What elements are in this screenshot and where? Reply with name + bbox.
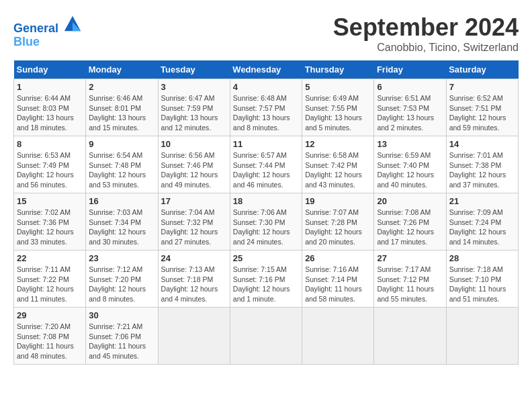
- sunset-text: Sunset: 7:16 PM: [233, 275, 285, 283]
- sunset-text: Sunset: 7:59 PM: [161, 104, 214, 112]
- calendar-week-row: 22 Sunrise: 7:11 AM Sunset: 7:22 PM Dayl…: [14, 250, 519, 308]
- day-number: 8: [17, 139, 83, 149]
- sunset-text: Sunset: 7:32 PM: [161, 218, 214, 226]
- sunrise-text: Sunrise: 6:59 AM: [377, 151, 431, 159]
- weekday-header-cell: Thursday: [302, 60, 374, 79]
- calendar-day-cell: 7 Sunrise: 6:52 AM Sunset: 7:51 PM Dayli…: [446, 79, 518, 136]
- calendar-day-cell: 10 Sunrise: 6:56 AM Sunset: 7:46 PM Dayl…: [158, 136, 230, 193]
- sunset-text: Sunset: 7:51 PM: [449, 104, 502, 112]
- sunset-text: Sunset: 7:55 PM: [305, 104, 357, 112]
- day-number: 1: [17, 82, 83, 92]
- day-info: Sunrise: 6:57 AM Sunset: 7:44 PM Dayligh…: [233, 150, 299, 190]
- calendar-day-cell: 16 Sunrise: 7:03 AM Sunset: 7:34 PM Dayl…: [86, 193, 158, 250]
- sunrise-text: Sunrise: 7:16 AM: [305, 265, 359, 273]
- daylight-text: Daylight: 12 hours and 49 minutes.: [161, 171, 218, 189]
- calendar-day-cell: 4 Sunrise: 6:48 AM Sunset: 7:57 PM Dayli…: [230, 79, 302, 136]
- calendar-day-cell: 27 Sunrise: 7:17 AM Sunset: 7:12 PM Dayl…: [374, 250, 446, 308]
- sunrise-text: Sunrise: 6:58 AM: [305, 151, 359, 159]
- day-info: Sunrise: 7:04 AM Sunset: 7:32 PM Dayligh…: [161, 208, 227, 247]
- calendar-day-cell: 25 Sunrise: 7:15 AM Sunset: 7:16 PM Dayl…: [230, 250, 302, 308]
- day-number: 25: [233, 253, 299, 263]
- sunset-text: Sunset: 7:18 PM: [161, 275, 214, 283]
- day-info: Sunrise: 6:48 AM Sunset: 7:57 PM Dayligh…: [233, 93, 299, 133]
- calendar-day-cell: 8 Sunrise: 6:53 AM Sunset: 7:49 PM Dayli…: [14, 136, 86, 193]
- sunrise-text: Sunrise: 6:46 AM: [89, 94, 142, 102]
- logo-blue: Blue: [13, 35, 40, 48]
- daylight-text: Daylight: 12 hours and 4 minutes.: [161, 285, 218, 303]
- calendar-day-cell: 26 Sunrise: 7:16 AM Sunset: 7:14 PM Dayl…: [302, 250, 374, 308]
- day-info: Sunrise: 6:54 AM Sunset: 7:48 PM Dayligh…: [89, 150, 154, 190]
- sunrise-text: Sunrise: 7:07 AM: [305, 208, 359, 216]
- calendar-day-cell: [230, 308, 302, 365]
- weekday-header-cell: Sunday: [14, 60, 86, 79]
- sunrise-text: Sunrise: 7:21 AM: [89, 322, 142, 330]
- calendar-week-row: 1 Sunrise: 6:44 AM Sunset: 8:03 PM Dayli…: [14, 79, 519, 136]
- sunset-text: Sunset: 7:48 PM: [89, 161, 141, 169]
- sunrise-text: Sunrise: 6:44 AM: [17, 94, 71, 102]
- sunset-text: Sunset: 7:06 PM: [89, 332, 141, 340]
- calendar-day-cell: 5 Sunrise: 6:49 AM Sunset: 7:55 PM Dayli…: [302, 79, 374, 136]
- sunset-text: Sunset: 7:28 PM: [305, 218, 357, 226]
- day-number: 21: [449, 196, 515, 206]
- calendar-day-cell: 18 Sunrise: 7:06 AM Sunset: 7:30 PM Dayl…: [230, 193, 302, 250]
- day-info: Sunrise: 7:18 AM Sunset: 7:10 PM Dayligh…: [449, 265, 515, 304]
- daylight-text: Daylight: 12 hours and 11 minutes.: [17, 285, 74, 303]
- calendar-day-cell: [158, 308, 230, 365]
- calendar-week-row: 8 Sunrise: 6:53 AM Sunset: 7:49 PM Dayli…: [14, 136, 519, 193]
- daylight-text: Daylight: 13 hours and 18 minutes.: [17, 113, 74, 132]
- day-number: 15: [17, 196, 83, 206]
- sunset-text: Sunset: 7:38 PM: [449, 161, 502, 169]
- day-info: Sunrise: 7:07 AM Sunset: 7:28 PM Dayligh…: [305, 208, 371, 247]
- sunset-text: Sunset: 7:34 PM: [89, 218, 141, 226]
- day-number: 2: [89, 82, 154, 92]
- page-header: General Blue September 2024 Canobbio, Ti…: [13, 13, 519, 54]
- calendar-body: 1 Sunrise: 6:44 AM Sunset: 8:03 PM Dayli…: [14, 79, 519, 365]
- sunset-text: Sunset: 7:14 PM: [305, 275, 357, 283]
- daylight-text: Daylight: 13 hours and 15 minutes.: [89, 113, 146, 132]
- day-info: Sunrise: 7:03 AM Sunset: 7:34 PM Dayligh…: [89, 208, 154, 247]
- sunrise-text: Sunrise: 7:13 AM: [161, 265, 215, 273]
- daylight-text: Daylight: 12 hours and 30 minutes.: [89, 228, 146, 246]
- day-info: Sunrise: 6:51 AM Sunset: 7:53 PM Dayligh…: [377, 93, 443, 133]
- day-number: 26: [305, 253, 371, 263]
- day-info: Sunrise: 6:47 AM Sunset: 7:59 PM Dayligh…: [161, 93, 227, 133]
- sunset-text: Sunset: 7:53 PM: [377, 104, 429, 112]
- day-number: 4: [233, 82, 299, 92]
- day-number: 19: [305, 196, 371, 206]
- weekday-header-cell: Saturday: [446, 60, 518, 79]
- sunrise-text: Sunrise: 7:08 AM: [377, 208, 431, 216]
- daylight-text: Daylight: 12 hours and 40 minutes.: [377, 171, 434, 189]
- calendar-day-cell: 30 Sunrise: 7:21 AM Sunset: 7:06 PM Dayl…: [86, 308, 158, 365]
- weekday-header-cell: Monday: [86, 60, 158, 79]
- sunset-text: Sunset: 7:30 PM: [233, 218, 285, 226]
- daylight-text: Daylight: 11 hours and 51 minutes.: [449, 285, 506, 303]
- weekday-header-cell: Friday: [374, 60, 446, 79]
- daylight-text: Daylight: 12 hours and 43 minutes.: [305, 171, 362, 189]
- sunrise-text: Sunrise: 7:11 AM: [17, 265, 71, 273]
- calendar-day-cell: 9 Sunrise: 6:54 AM Sunset: 7:48 PM Dayli…: [86, 136, 158, 193]
- sunset-text: Sunset: 7:40 PM: [377, 161, 429, 169]
- month-title: September 2024: [333, 13, 519, 42]
- day-number: 27: [377, 253, 443, 263]
- daylight-text: Daylight: 12 hours and 33 minutes.: [17, 228, 74, 246]
- sunset-text: Sunset: 8:01 PM: [89, 104, 141, 112]
- calendar-day-cell: [446, 308, 518, 365]
- sunrise-text: Sunrise: 6:49 AM: [305, 94, 359, 102]
- daylight-text: Daylight: 12 hours and 56 minutes.: [17, 171, 74, 189]
- day-info: Sunrise: 7:13 AM Sunset: 7:18 PM Dayligh…: [161, 265, 227, 304]
- weekday-header-row: SundayMondayTuesdayWednesdayThursdayFrid…: [14, 60, 519, 79]
- day-number: 3: [161, 82, 227, 92]
- day-number: 7: [449, 82, 515, 92]
- day-number: 9: [89, 139, 154, 149]
- calendar-day-cell: 29 Sunrise: 7:20 AM Sunset: 7:08 PM Dayl…: [14, 308, 86, 365]
- day-info: Sunrise: 6:59 AM Sunset: 7:40 PM Dayligh…: [377, 150, 443, 190]
- sunrise-text: Sunrise: 7:02 AM: [17, 208, 71, 216]
- day-info: Sunrise: 7:08 AM Sunset: 7:26 PM Dayligh…: [377, 208, 443, 247]
- daylight-text: Daylight: 12 hours and 14 minutes.: [449, 228, 506, 246]
- day-info: Sunrise: 7:21 AM Sunset: 7:06 PM Dayligh…: [89, 322, 154, 361]
- sunrise-text: Sunrise: 7:06 AM: [233, 208, 287, 216]
- day-number: 22: [17, 253, 83, 263]
- daylight-text: Daylight: 12 hours and 27 minutes.: [161, 228, 218, 246]
- sunset-text: Sunset: 7:08 PM: [17, 332, 69, 340]
- day-info: Sunrise: 7:12 AM Sunset: 7:20 PM Dayligh…: [89, 265, 154, 304]
